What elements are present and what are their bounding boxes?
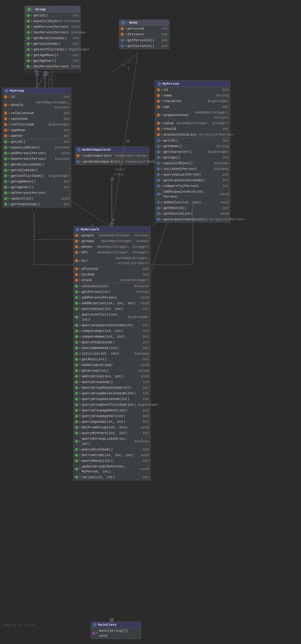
mygroup-header: MyGroup <box>3 88 71 94</box>
mynetwork-header: MyNetwork <box>74 227 150 233</box>
table-row: m addPerson(Person) void <box>26 24 80 30</box>
table-row: m borrowFrom(int, int, int) void <box>74 452 150 458</box>
svg-text:1: 1 <box>128 67 129 70</box>
table-row: m queryMoney(int) int <box>74 458 150 464</box>
table-row: m queryGroupValueSum(int) int <box>74 396 150 402</box>
table-row: m updateGroup(MyPerson, MyPerson, int) v… <box>74 464 150 474</box>
table-row: a acquaintance HashMap<Integer, Person> <box>156 110 230 120</box>
table-row: m queryGroupPeopleSum(int) int <box>74 385 150 391</box>
table-row: a personId int <box>119 26 169 32</box>
mainclass-header: MainClass <box>91 622 141 628</box>
table-row: a money HashMap<Integer, Integer> <box>74 244 150 250</box>
table-row: m queryConflict(int, int) BigInteger <box>74 312 150 322</box>
table-row: a rootId int <box>156 126 230 132</box>
svg-text:create: create <box>113 173 123 176</box>
table-row: a character BigInteger <box>156 98 230 104</box>
mynetwork-icon <box>76 228 79 231</box>
table-row: m getAgeVar() int <box>3 184 71 190</box>
table-row: a valueSum int <box>3 116 71 122</box>
node-methods: m getPersonId() int m getDistance() int <box>119 38 169 49</box>
table-row: m queryMinPath(int, int) int <box>74 430 150 436</box>
table-row: m getValueSum() int <box>26 41 80 47</box>
table-row: m addAcquaintance(int, Person) void <box>156 189 230 200</box>
table-row: m queryStrongLinked(int, int) boolean <box>74 436 150 447</box>
table-row: m update(int) void <box>3 196 71 201</box>
table-row: a ageVar int <box>3 133 71 139</box>
myperson-box: MyPerson a id int a name String a charac… <box>155 81 230 223</box>
myperson-attrs: a id int a name String a character BigIn… <box>156 87 230 138</box>
table-row: m delPerson(Person) void <box>26 64 80 69</box>
table-row: m getId() int <box>3 139 71 145</box>
table-row: m contains(int) boolean <box>74 283 150 289</box>
node-header: « Node <box>119 20 169 26</box>
table-row: m queryGroupSum() int <box>74 379 150 385</box>
table-row: a bcc HashMap<Integer, ArrayList<Set>> <box>74 255 150 266</box>
group-box: « Group m getId() int m equals(Object) b… <box>25 6 80 70</box>
table-row: m equals(Object) boolean <box>156 160 230 166</box>
table-row: m getPersonId() int <box>119 38 169 43</box>
table-row: a age int <box>156 104 230 110</box>
table-row: m getPeopleSum() int <box>3 201 71 207</box>
table-row: a value HashMap<Integer, Integer> <box>156 120 230 126</box>
table-row: m addPerson(Person) void <box>3 150 71 156</box>
svg-text:create: create <box>115 168 125 171</box>
table-row: a groups HashMap<Integer, Group> <box>74 238 150 244</box>
table-row: m queryAgeSum(int, int) int <box>74 419 150 425</box>
table-row: m getNodeComparator() Comparator<Node> <box>75 159 149 165</box>
nodecomparator-icon <box>77 148 81 152</box>
table-row: m hasPerson(Person) boolean <box>26 30 80 35</box>
table-row: m hasPerson(Person) boolean <box>3 156 71 162</box>
svg-text:1: 1 <box>128 61 130 64</box>
svg-text:1: 1 <box>113 218 114 222</box>
table-row: m getName() String <box>156 143 230 149</box>
table-row: m getRootId() int <box>156 205 230 211</box>
svg-marker-19 <box>126 140 130 143</box>
table-row: m getId() int <box>156 138 230 143</box>
table-row: m getAgeMean() int <box>26 52 80 58</box>
mynetwork-attrs: a people HashMap<Integer, Person> a grou… <box>74 233 150 283</box>
diagram-container: 1 1 1 1 create « Gr <box>0 0 301 630</box>
table-row: m getGroup(int) Group <box>74 368 150 374</box>
table-row: a id int <box>3 94 71 100</box>
table-row: m equals(Object) boolean <box>26 18 80 24</box>
nodecomparator-methods: m getNodeComparator() Comparator<Node> <box>75 159 149 165</box>
myperson-methods: m getId() int m getName() String m getCh… <box>156 138 230 222</box>
table-row: m getPerson(int) Person <box>74 289 150 295</box>
table-row: m queryGroupAgeVar(int) int <box>74 413 150 419</box>
svg-text:1: 1 <box>113 218 115 222</box>
table-row: m queryGroupAgeMean(int) int <box>74 408 150 413</box>
group-methods: m getId() int m equals(Object) boolean m… <box>26 13 80 69</box>
mygroup-methods: m getId() int m equals(Object) boolean m… <box>3 139 71 207</box>
mainclass-methods: m main(String[]) void <box>91 628 141 639</box>
watermark-text: Powered by yFiles <box>3 624 35 627</box>
table-row: m queryAcquaintanceSum(int) int <box>74 322 150 328</box>
mainclass-box: MainClass m main(String[]) void <box>91 622 141 639</box>
table-row: a people HashMap<Integer, Person> <box>3 100 71 110</box>
table-row: m getValueSum() <box>3 167 71 173</box>
svg-marker-3 <box>45 71 48 74</box>
myperson-header: MyPerson <box>156 81 230 87</box>
table-row: m setRootId(int) void <box>156 211 230 217</box>
table-row: m addGroup(Group) void <box>74 362 150 368</box>
svg-marker-7 <box>110 223 113 226</box>
table-row: m getCharacter() BigInteger <box>156 149 230 155</box>
table-row: m getAcquaintanceSum() int <box>156 177 230 183</box>
table-row: m getAge() int <box>156 155 230 160</box>
table-row: a distance int <box>119 32 169 37</box>
table-row: a ageMean int <box>3 127 71 133</box>
table-row: m getAgeVar() int <box>26 58 80 64</box>
table-row: m compareName(int, int) int <box>74 334 150 339</box>
table-row: m getAgeMean() int <box>3 179 71 184</box>
table-row: m queryGroupConflictSum(int) BigInteger <box>74 402 150 408</box>
table-row: m getConflictSum() BigInteger <box>26 47 80 52</box>
mygroup-box: MyGroup a id int a people HashMap<Intege… <box>3 88 71 207</box>
svg-marker-30 <box>111 177 114 181</box>
table-row: m getId() int <box>26 13 80 18</box>
svg-line-2 <box>37 72 47 88</box>
table-row: m queryValue(int, int) int <box>74 306 150 312</box>
table-row: m isLinked(Person) boolean <box>156 166 230 172</box>
myperson-icon <box>157 82 161 86</box>
nodecomparator-header: NodeComparator <box>75 147 149 153</box>
table-row: a relationSum int <box>3 110 71 116</box>
nodecomparator-attrs: a nodeComparator Comparator<Node> <box>75 153 149 159</box>
